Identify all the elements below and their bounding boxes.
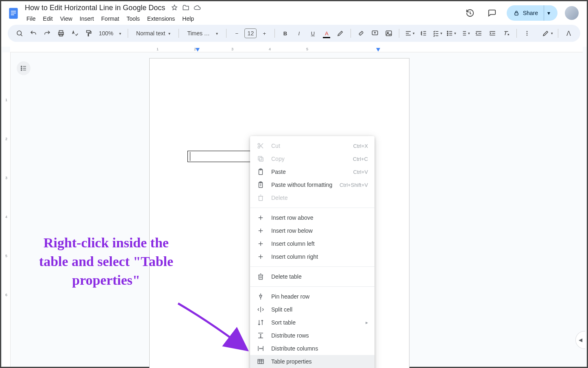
ctx-item-label: Table properties [271, 358, 368, 365]
increase-font-size-button[interactable]: + [258, 27, 270, 39]
svg-rect-11 [386, 31, 392, 36]
table-props-icon [257, 358, 265, 365]
editing-mode-dropdown[interactable]: ▾ [541, 27, 554, 39]
menu-format[interactable]: Format [98, 14, 122, 24]
spellcheck-button[interactable] [69, 27, 81, 39]
underline-button[interactable]: U [307, 27, 319, 39]
paragraph-style-dropdown[interactable]: Normal text [132, 27, 175, 39]
vertical-ruler[interactable]: 123456 [2, 52, 11, 367]
ctx-item-label: Distribute rows [271, 332, 368, 339]
ctx-item-label: Pin header row [271, 293, 368, 300]
font-family-dropdown[interactable]: Times … [183, 27, 222, 39]
menubar: FileEditViewInsertFormatToolsExtensionsH… [23, 14, 463, 24]
ctx-paste-without-formatting[interactable]: Paste without formattingCtrl+Shift+V [250, 178, 375, 191]
ctx-split-cell[interactable]: Split cell [250, 303, 375, 316]
plus-icon [257, 253, 265, 260]
highlight-color-button[interactable] [334, 27, 346, 39]
ctx-table-properties[interactable]: Table properties [250, 355, 375, 368]
ctx-item-label: Distribute columns [271, 345, 368, 352]
svg-point-14 [447, 33, 448, 34]
align-dropdown[interactable]: ▾ [403, 27, 416, 39]
ctx-delete-table[interactable]: Delete table [250, 270, 375, 283]
share-button[interactable]: Share ▾ [507, 5, 558, 21]
add-comment-button[interactable] [369, 27, 381, 39]
menu-edit[interactable]: Edit [40, 14, 56, 24]
right-indent-marker[interactable] [376, 48, 380, 52]
star-icon[interactable] [171, 4, 178, 11]
svg-point-5 [17, 31, 22, 35]
ctx-insert-column-right[interactable]: Insert column right [250, 250, 375, 263]
collapse-toolbar-button[interactable]: ᐱ [562, 27, 575, 39]
redo-button[interactable] [41, 27, 53, 39]
svg-point-18 [527, 35, 528, 36]
ctx-item-label: Insert column left [271, 240, 368, 247]
menu-help[interactable]: Help [179, 14, 197, 24]
ctx-insert-row-above[interactable]: Insert row above [250, 211, 375, 224]
move-icon[interactable] [182, 4, 189, 11]
bulleted-list-dropdown[interactable]: ▾ [445, 27, 457, 39]
print-button[interactable] [55, 27, 67, 39]
menu-tools[interactable]: Tools [123, 14, 143, 24]
delete-icon [257, 194, 265, 201]
account-avatar[interactable] [565, 6, 579, 20]
ctx-item-label: Insert row below [271, 227, 368, 234]
ctx-insert-row-below[interactable]: Insert row below [250, 224, 375, 237]
paste-icon [257, 168, 265, 175]
ctx-item-label: Sort table [271, 319, 359, 326]
ctx-item-label: Split cell [271, 306, 368, 313]
pin-icon [257, 293, 265, 300]
svg-rect-32 [258, 359, 264, 364]
zoom-dropdown[interactable]: 100% [96, 27, 124, 39]
side-panel-expand-button[interactable]: ◀ [575, 331, 585, 349]
ctx-paste[interactable]: PasteCtrl+V [250, 165, 375, 178]
ctx-item-label: Insert column right [271, 253, 368, 260]
document-outline-button[interactable] [17, 61, 30, 75]
ctx-distribute-columns[interactable]: Distribute columns [250, 342, 375, 355]
line-spacing-dropdown[interactable] [417, 27, 429, 39]
share-dropdown-caret[interactable]: ▾ [544, 5, 553, 21]
menu-file[interactable]: File [23, 14, 39, 24]
comments-icon[interactable] [485, 6, 499, 20]
sort-icon [257, 319, 265, 326]
annotation-text: Right-click inside the table and select … [33, 234, 179, 290]
numbered-list-dropdown[interactable]: ▾ [459, 27, 471, 39]
ctx-pin-header-row[interactable]: Pin header row [250, 290, 375, 303]
cloud-status-icon[interactable] [194, 4, 201, 11]
decrease-indent-button[interactable] [473, 27, 485, 39]
increase-indent-button[interactable] [486, 27, 499, 39]
svg-point-16 [527, 31, 528, 32]
insert-image-button[interactable] [383, 27, 395, 39]
paste-plain-icon [257, 181, 265, 188]
bold-button[interactable]: B [279, 27, 291, 39]
checklist-dropdown[interactable]: ▾ [431, 27, 443, 39]
version-history-icon[interactable] [463, 6, 477, 20]
docs-logo[interactable] [5, 5, 22, 21]
svg-point-13 [447, 31, 448, 32]
undo-button[interactable] [27, 27, 39, 39]
left-indent-marker[interactable] [196, 48, 200, 52]
insert-link-button[interactable] [355, 27, 367, 39]
svg-rect-25 [258, 156, 262, 160]
ctx-copy: CopyCtrl+C [250, 152, 375, 165]
menu-extensions[interactable]: Extensions [144, 14, 178, 24]
ctx-distribute-rows[interactable]: Distribute rows [250, 329, 375, 342]
ctx-item-label: Delete table [271, 273, 368, 280]
ctx-cut: CutCtrl+X [250, 139, 375, 152]
text-color-button[interactable]: A [320, 27, 333, 39]
plus-icon [257, 227, 265, 234]
clear-formatting-button[interactable] [500, 27, 512, 39]
text-cursor [190, 152, 190, 161]
document-title[interactable]: How to Edit Horizontal Line in Google Do… [23, 3, 167, 13]
plus-icon [257, 214, 265, 221]
menu-insert[interactable]: Insert [76, 14, 97, 24]
ctx-sort-table[interactable]: Sort table▸ [250, 316, 375, 329]
horizontal-ruler[interactable]: 12345 [10, 47, 583, 52]
menu-view[interactable]: View [57, 14, 76, 24]
search-menus-button[interactable] [13, 27, 26, 39]
more-toolbar-button[interactable] [521, 27, 533, 39]
ctx-insert-column-left[interactable]: Insert column left [250, 237, 375, 250]
font-size-input[interactable]: 12 [244, 28, 257, 38]
paint-format-button[interactable] [83, 27, 95, 39]
italic-button[interactable]: I [293, 27, 305, 39]
decrease-font-size-button[interactable]: − [231, 27, 243, 39]
